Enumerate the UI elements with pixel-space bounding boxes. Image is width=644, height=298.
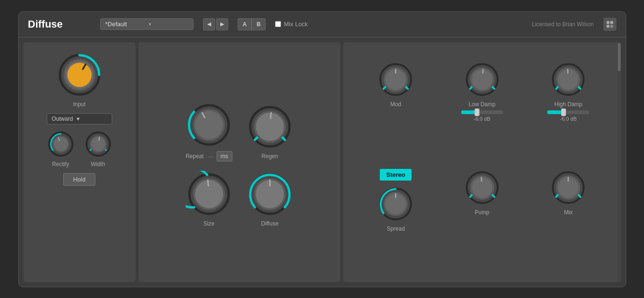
- svg-line-24: [270, 113, 271, 118]
- size-knob[interactable]: [186, 171, 232, 218]
- high-damp-slider-thumb[interactable]: [561, 109, 566, 116]
- plugin-title: Diffuse: [28, 18, 63, 30]
- size-group: Size: [186, 171, 232, 227]
- ab-a-button[interactable]: A: [238, 18, 252, 30]
- pump-knob[interactable]: [463, 169, 501, 206]
- regen-label: Regen: [261, 153, 278, 160]
- repeat-label-row: Repeat — ms: [186, 151, 232, 161]
- high-damp-label: High Damp: [554, 101, 582, 108]
- mix-label: Mix: [564, 209, 573, 216]
- right-panel: Mod Low Damp: [343, 42, 621, 282]
- regen-group: Regen: [246, 103, 293, 160]
- ab-b-button[interactable]: B: [252, 18, 266, 30]
- small-knobs-row: Rectify Width: [47, 130, 112, 167]
- spread-cell: Stereo Spread: [355, 164, 437, 268]
- low-damp-slider-thumb[interactable]: [475, 109, 479, 116]
- plugin-container: Diffuse *Default ▾ ◀ ▶ A B Mix Lock Lice…: [18, 11, 626, 287]
- logo-icon: [603, 18, 616, 31]
- low-damp-knob[interactable]: [463, 61, 501, 98]
- spread-label: Spread: [387, 225, 405, 232]
- svg-rect-3: [610, 25, 613, 28]
- low-damp-cell: Low Damp -6.0 dB: [441, 56, 523, 160]
- svg-point-27: [195, 180, 223, 208]
- svg-rect-2: [607, 25, 609, 28]
- high-damp-slider-container: -6.0 dB: [528, 110, 609, 122]
- input-label: Input: [73, 101, 86, 108]
- high-damp-value: -6.0 dB: [560, 116, 577, 122]
- nav-prev-button[interactable]: ◀: [203, 18, 215, 30]
- outward-dropdown[interactable]: Outward ▾: [47, 113, 112, 124]
- low-damp-slider-track[interactable]: [461, 110, 503, 114]
- mod-knob[interactable]: [377, 61, 414, 98]
- left-panel: Input Outward ▾: [23, 42, 136, 282]
- input-knob[interactable]: [56, 51, 103, 98]
- svg-line-16: [99, 137, 99, 140]
- ab-buttons: A B: [238, 18, 266, 30]
- nav-buttons: ◀ ▶: [203, 18, 228, 30]
- middle-panel: Repeat — ms: [138, 42, 341, 282]
- svg-point-23: [256, 113, 284, 141]
- middle-bottom-row: Size Diffuse: [145, 171, 334, 227]
- svg-line-40: [483, 69, 483, 73]
- svg-line-28: [208, 180, 208, 186]
- low-damp-slider-fill: [461, 110, 476, 114]
- rectify-knob-container: Rectify: [47, 130, 75, 167]
- diffuse-group: Diffuse: [246, 171, 293, 227]
- scrollbar[interactable]: [617, 42, 621, 282]
- mix-lock-label: Mix Lock: [284, 21, 308, 28]
- pump-label: Pump: [475, 209, 489, 216]
- svg-line-52: [481, 177, 482, 181]
- scrollbar-thumb[interactable]: [618, 43, 621, 71]
- main-content: Input Outward ▾: [19, 37, 626, 287]
- preset-name: *Default: [105, 21, 145, 28]
- width-knob-container: Width: [84, 130, 112, 167]
- repeat-label: Repeat: [186, 153, 204, 160]
- svg-point-39: [472, 69, 492, 90]
- outward-arrow-icon: ▾: [77, 116, 80, 122]
- rectify-knob[interactable]: [47, 130, 75, 158]
- svg-point-51: [472, 177, 492, 198]
- svg-point-19: [195, 111, 223, 139]
- high-damp-cell: High Damp -6.0 dB: [528, 56, 609, 160]
- high-damp-slider-track[interactable]: [547, 110, 589, 114]
- preset-dropdown[interactable]: *Default ▾: [100, 18, 194, 30]
- size-label: Size: [203, 220, 214, 227]
- middle-top-row: Repeat — ms: [145, 102, 334, 161]
- input-knob-container: Input: [56, 51, 103, 108]
- width-knob[interactable]: [84, 130, 112, 158]
- svg-rect-0: [607, 21, 609, 24]
- svg-point-7: [67, 63, 92, 87]
- regen-knob[interactable]: [246, 103, 293, 150]
- svg-point-15: [91, 137, 105, 151]
- mix-knob[interactable]: [550, 169, 587, 206]
- low-damp-slider-container: -6.0 dB: [441, 110, 523, 122]
- hold-button[interactable]: Hold: [63, 173, 95, 186]
- width-label: Width: [91, 161, 105, 167]
- header: Diffuse *Default ▾ ◀ ▶ A B Mix Lock Lice…: [19, 12, 626, 37]
- mod-cell: Mod: [355, 56, 437, 160]
- rectify-label: Rectify: [52, 161, 69, 167]
- repeat-group: Repeat — ms: [186, 102, 232, 161]
- mix-cell: Mix: [528, 164, 609, 268]
- mix-lock-checkbox[interactable]: [275, 21, 281, 27]
- spread-knob[interactable]: [377, 185, 414, 223]
- nav-next-button[interactable]: ▶: [216, 18, 228, 30]
- dropdown-arrow-icon: ▾: [149, 22, 188, 27]
- pump-cell: Pump: [441, 164, 523, 268]
- repeat-knob[interactable]: [186, 102, 232, 148]
- low-damp-value: -6.0 dB: [474, 116, 490, 122]
- low-damp-label: Low Damp: [469, 101, 495, 108]
- stereo-button[interactable]: Stereo: [380, 169, 412, 181]
- ms-badge[interactable]: ms: [217, 151, 232, 161]
- svg-point-11: [54, 137, 68, 151]
- diffuse-knob[interactable]: [246, 171, 293, 218]
- middle-rows: Repeat — ms: [145, 97, 334, 227]
- outward-label: Outward: [52, 116, 73, 122]
- high-damp-knob[interactable]: [550, 61, 587, 98]
- dash-icon: —: [208, 153, 213, 159]
- svg-rect-1: [610, 21, 613, 24]
- diffuse-label: Diffuse: [261, 220, 278, 227]
- right-grid: Mod Low Damp: [350, 51, 614, 273]
- mix-lock-group: Mix Lock: [275, 21, 308, 28]
- high-damp-slider-fill: [547, 110, 562, 114]
